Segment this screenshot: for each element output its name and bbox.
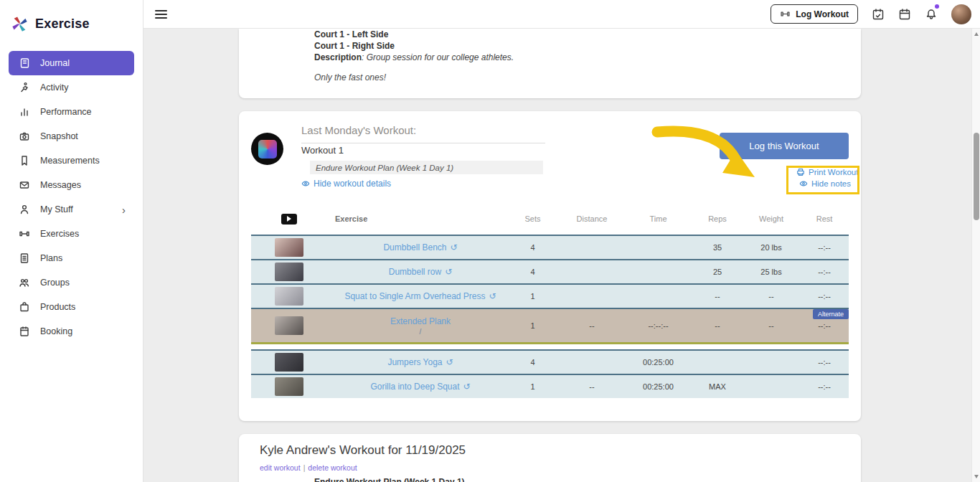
rest-value: --:-- xyxy=(800,292,849,301)
court-line-2: Court 1 - Right Side xyxy=(314,41,395,51)
sets-value: 4 xyxy=(506,243,560,252)
workout-name: Workout 1 xyxy=(301,145,344,156)
sidebar-item-activity[interactable]: Activity xyxy=(9,75,134,100)
sidebar-item-products[interactable]: Products xyxy=(9,295,134,319)
exercise-thumbnail[interactable] xyxy=(275,238,303,257)
sidebar-item-label: Plans xyxy=(40,253,62,263)
sets-value: 1 xyxy=(506,292,560,301)
weight-value: -- xyxy=(743,292,800,301)
brand[interactable]: Exercise xyxy=(0,0,143,44)
sidebar-item-exercises[interactable]: Exercises xyxy=(9,222,134,246)
sets-value: 1 xyxy=(506,382,560,391)
log-workout-button[interactable]: Log Workout xyxy=(771,4,858,24)
notifications-bell-icon[interactable] xyxy=(925,8,938,21)
table-row: Dumbbell row↺ 4 25 25 lbs --:-- xyxy=(251,259,849,283)
header-weight: Weight xyxy=(743,214,800,223)
sidebar: Exercise Journal Activity Performance Sn… xyxy=(0,0,143,482)
extra-note: Only the fast ones! xyxy=(314,72,386,82)
user-avatar[interactable] xyxy=(951,4,971,24)
log-workout-label: Log Workout xyxy=(796,9,849,19)
scroll-down-arrow-icon[interactable] xyxy=(974,475,979,478)
workout-card-title: Last Monday's Workout: xyxy=(301,124,545,143)
printer-icon xyxy=(796,168,805,176)
sidebar-item-snapshot[interactable]: Snapshot xyxy=(9,124,134,148)
sidebar-item-journal[interactable]: Journal xyxy=(9,51,134,75)
sidebar-item-label: Messages xyxy=(40,180,81,190)
sets-value: 4 xyxy=(506,268,560,276)
chevron-right-icon: › xyxy=(122,204,134,215)
sidebar-item-groups[interactable]: Groups xyxy=(9,270,134,295)
exercise-thumbnail[interactable] xyxy=(275,287,303,306)
scrollbar-thumb[interactable] xyxy=(974,133,979,220)
header-distance: Distance xyxy=(560,214,624,223)
workout-brand-avatar xyxy=(251,133,283,165)
document-icon xyxy=(19,252,30,264)
scroll-up-arrow-icon[interactable] xyxy=(974,32,979,36)
people-icon xyxy=(19,277,30,288)
sidebar-item-measurements[interactable]: Measurements xyxy=(9,148,134,173)
dumbbell-icon xyxy=(19,228,30,240)
time-value: 00:25:00 xyxy=(624,358,692,367)
sidebar-item-messages[interactable]: Messages xyxy=(9,173,134,197)
rest-value: --:-- xyxy=(800,268,849,276)
sidebar-item-my-stuff[interactable]: My Stuff › xyxy=(9,197,134,222)
play-video-icon[interactable] xyxy=(281,214,297,225)
exercise-link[interactable]: Extended Plank xyxy=(390,316,451,326)
bar-chart-icon xyxy=(19,106,30,118)
camera-icon xyxy=(19,131,30,142)
sidebar-item-label: Products xyxy=(40,302,75,312)
table-header-row: Exercise Sets Distance Time Reps Weight … xyxy=(251,208,849,230)
header-exercise: Exercise xyxy=(326,214,506,223)
sidebar-item-label: Activity xyxy=(40,82,69,93)
next-workout-card: Kyle Andrew's Workout for 11/19/2025 edi… xyxy=(239,434,861,482)
workout-plan-label: Endure Workout Plan (Week 1 Day 1) xyxy=(310,161,543,174)
exercise-link[interactable]: Dumbbell Bench↺ xyxy=(383,242,457,252)
session-notes-card: Court 1 - Left Side Court 1 - Right Side… xyxy=(239,29,861,98)
eye-icon xyxy=(799,179,808,188)
history-icon: ↺ xyxy=(446,357,453,367)
time-value: --:--:-- xyxy=(624,321,692,330)
reps-value: -- xyxy=(692,292,743,301)
time-value: 00:25:00 xyxy=(624,382,692,391)
sidebar-item-label: Journal xyxy=(40,58,70,68)
weight-value: -- xyxy=(743,321,800,330)
table-row: Jumpers Yoga↺ 4 00:25:00 --:-- xyxy=(251,349,849,374)
exercise-table: Exercise Sets Distance Time Reps Weight … xyxy=(251,208,849,398)
hide-workout-details-link[interactable]: Hide workout details xyxy=(301,179,391,189)
sidebar-item-plans[interactable]: Plans xyxy=(9,246,134,270)
exercise-link[interactable]: Dumbbell row↺ xyxy=(389,267,452,277)
hamburger-menu-icon[interactable] xyxy=(155,8,167,21)
hide-notes-link[interactable]: Hide notes xyxy=(799,179,851,188)
sidebar-item-performance[interactable]: Performance xyxy=(9,100,134,124)
notification-dot xyxy=(935,4,939,9)
sets-value: 1 xyxy=(506,321,560,330)
exercise-thumbnail[interactable] xyxy=(275,316,303,335)
calendar-icon[interactable] xyxy=(898,8,911,21)
vertical-scrollbar[interactable] xyxy=(971,29,980,482)
sidebar-item-label: Booking xyxy=(40,326,72,336)
edit-workout-link[interactable]: edit workout xyxy=(260,463,301,472)
bookmark-icon xyxy=(19,155,30,166)
exercise-thumbnail[interactable] xyxy=(275,353,303,372)
main-content: Court 1 - Left Side Court 1 - Right Side… xyxy=(143,29,971,482)
exercise-thumbnail[interactable] xyxy=(275,263,303,281)
rest-value: --:-- xyxy=(800,321,849,330)
rest-value: --:-- xyxy=(800,243,849,252)
distance-value: -- xyxy=(560,382,624,391)
exercise-link[interactable]: Squat to Single Arm Overhead Press↺ xyxy=(344,291,496,301)
weight-value: 25 lbs xyxy=(743,268,800,276)
log-this-workout-button[interactable]: Log this Workout xyxy=(720,133,849,159)
sidebar-item-label: Groups xyxy=(40,278,70,288)
delete-workout-link[interactable]: delete workout xyxy=(308,463,357,472)
exercise-thumbnail[interactable] xyxy=(275,377,303,396)
history-icon: ↺ xyxy=(451,242,458,252)
workout-action-links: edit workout|delete workout xyxy=(260,463,357,472)
sidebar-item-booking[interactable]: Booking xyxy=(9,319,134,344)
envelope-icon xyxy=(19,179,30,191)
table-row: Gorilla into Deep Squat↺ 1 -- 00:25:00 M… xyxy=(251,374,849,398)
eye-icon xyxy=(301,179,310,188)
exercise-link[interactable]: Gorilla into Deep Squat↺ xyxy=(370,382,470,392)
calendar-check-icon[interactable] xyxy=(872,8,885,21)
exercise-link[interactable]: Jumpers Yoga↺ xyxy=(387,357,453,367)
print-workout-link[interactable]: Print Workout xyxy=(796,168,858,176)
